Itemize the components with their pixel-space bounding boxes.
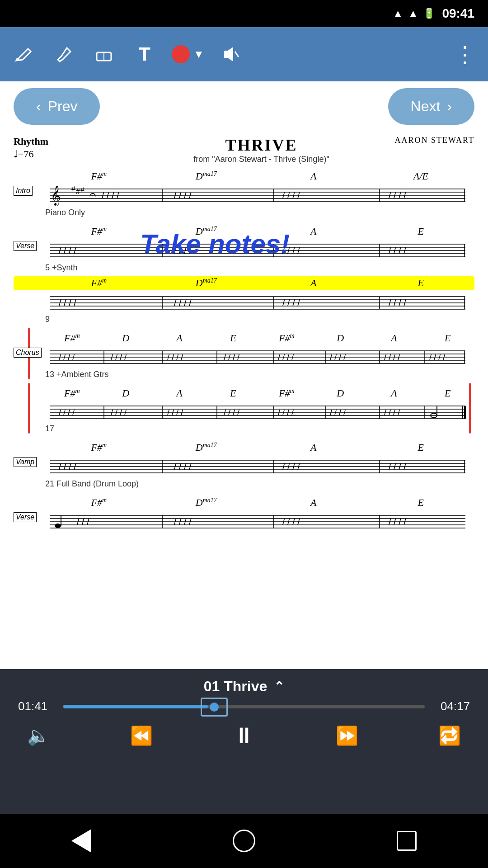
chord-c2-7: A [367, 387, 421, 399]
chord-v2-2: Dma17 [153, 497, 260, 509]
chord-c1-5: F#m [260, 332, 314, 344]
svg-text:/  /  /  /: / / / / [174, 298, 192, 308]
svg-text:/  /  /  /: / / / / [384, 408, 400, 417]
section-verse-label: Verse [14, 241, 37, 251]
fast-forward-button[interactable]: ⏩ [336, 725, 358, 746]
progress-row: 01:41 04:17 [18, 699, 470, 713]
prev-button[interactable]: ‹ Prev [14, 88, 100, 125]
chord-vamp-3: A [260, 442, 367, 453]
svg-text:/  /  /  /: / / / / [167, 353, 183, 362]
svg-text:/  /  /  /: / / / / [59, 245, 76, 255]
progress-thumb[interactable] [201, 698, 228, 717]
chord-vamp-1: F#m [45, 442, 153, 453]
sub-label-verse1: 5 +Synth [14, 263, 474, 273]
repeat-button[interactable]: 🔁 [438, 725, 461, 746]
current-time: 01:41 [18, 699, 54, 713]
rhythm-label: Rhythm [14, 136, 48, 147]
highlighter-tool-button[interactable] [50, 41, 77, 68]
record-dot-icon [172, 45, 190, 63]
svg-text:/  /  /  /: / / / / [278, 353, 294, 362]
volume-icon [218, 41, 245, 68]
more-options-button[interactable]: ⋮ [452, 41, 479, 68]
sheet-subtitle: from "Aaron Stewart - Thrive (Single)" [48, 155, 474, 164]
status-icons: ▲ ▲ 🔋 [393, 7, 436, 20]
svg-text:/  /  /  /: / / / / [282, 517, 300, 527]
home-button[interactable] [226, 823, 262, 859]
pause-button[interactable]: ⏸ [233, 722, 255, 749]
svg-marker-3 [224, 47, 233, 61]
chord-v1-2: Dma17 [153, 226, 260, 237]
status-time: 09:41 [442, 6, 474, 21]
svg-text:/  /  /  /: / / / / [429, 353, 445, 362]
prev-label: Prev [48, 98, 78, 115]
chord-v1-4: E [367, 226, 475, 237]
progress-fill [63, 705, 208, 708]
chord-c2-8: E [421, 387, 474, 399]
back-button[interactable] [63, 823, 99, 859]
chord-c1-1: F#m [45, 332, 99, 344]
recents-icon [397, 831, 417, 851]
playback-controls: 🔈 ⏪ ⏸ ⏩ 🔁 [18, 718, 470, 753]
svg-text:/  /  /  /: / / / / [111, 353, 127, 362]
chord-v2-3: A [260, 497, 367, 509]
eraser-tool-button[interactable] [90, 41, 117, 68]
progress-bar[interactable] [63, 705, 425, 708]
player-expand-button[interactable]: ⌃ [274, 679, 284, 694]
section-intro-label: Intro [14, 186, 33, 196]
pen-tool-button[interactable] [9, 41, 36, 68]
svg-text:𝄐: 𝄐 [89, 188, 96, 201]
sub-label-vamp: 21 Full Band (Drum Loop) [14, 479, 474, 489]
svg-text:/  /  /  /: / / / / [282, 245, 300, 255]
player-track-name: 01 Thrive [204, 678, 267, 695]
staff-row-chorus2: F#m D A E F#m D A E [14, 383, 474, 434]
chord-vamp-2: Dma17 [153, 442, 260, 453]
svg-text:/  /  /  /: / / / / [59, 408, 75, 417]
svg-point-0 [16, 58, 19, 61]
svg-point-114 [55, 524, 61, 528]
player-panel: 01 Thrive ⌃ 01:41 04:17 🔈 ⏪ ⏸ ⏩ 🔁 [0, 669, 488, 814]
chord-h-3: A [260, 277, 367, 289]
chord-h-4: E [367, 277, 475, 289]
volume-button[interactable]: 🔈 [27, 725, 50, 746]
svg-text:/  /  /: / / / [77, 517, 89, 527]
sub-label-chorus1: 13 +Ambient Gtrs [14, 370, 474, 379]
text-tool-button[interactable]: T [131, 41, 158, 68]
chord-c2-2: D [99, 387, 153, 399]
chord-v2-1: F#m [45, 497, 153, 509]
svg-text:/  /  /  /: / / / / [174, 245, 192, 255]
svg-text:/  /  /  /: / / / / [59, 353, 75, 362]
svg-text:/  /  /  /: / / / / [389, 298, 406, 308]
svg-text:/  /  /  /: / / / / [174, 462, 192, 472]
record-button[interactable]: ▼ [172, 45, 204, 63]
staff-row-verse1: F#m Dma17 A E Verse / / / / / / / / / / … [14, 221, 474, 273]
chord-c1-2: D [99, 332, 153, 344]
rewind-button[interactable]: ⏪ [130, 725, 153, 746]
chord-c2-4: E [206, 387, 260, 399]
sheet-author: AARON STEWART [395, 136, 474, 145]
total-time: 04:17 [434, 699, 470, 713]
staff-row-verse2: F#m Dma17 A E Verse / / / / / / / [14, 492, 474, 533]
chord-c2-6: D [314, 387, 367, 399]
next-button[interactable]: Next › [388, 88, 474, 125]
chord-c2-1: F#m [45, 387, 99, 399]
staff-row-highlight: F#m Dma17 A E / / / / / / / / / / / / / … [14, 276, 474, 324]
svg-text:/  /  /  /: / / / / [282, 190, 300, 200]
svg-text:𝄞: 𝄞 [51, 185, 61, 207]
svg-text:/  /  /  /: / / / / [167, 408, 183, 417]
svg-text:#: # [76, 188, 80, 195]
recents-button[interactable] [389, 823, 425, 859]
home-icon [233, 830, 255, 852]
svg-text:/  /  /  /: / / / / [278, 408, 294, 417]
chord-intro-4: A/E [367, 170, 475, 182]
chord-h-1: F#m [45, 277, 153, 289]
svg-text:/  /  /  /: / / / / [224, 408, 239, 417]
section-verse2-label: Verse [14, 512, 37, 522]
back-icon [71, 829, 91, 853]
staff-row-vamp: F#m Dma17 A E Vamp / / / / / / / / / / /… [14, 437, 474, 489]
tempo-label: ♩=76 [14, 148, 48, 160]
measure-num-9: 9 [14, 315, 474, 324]
svg-text:/  /  /  /: / / / / [330, 353, 346, 362]
chord-c1-3: A [153, 332, 206, 344]
svg-text:/  /  /  /: / / / / [224, 353, 239, 362]
record-dropdown-icon[interactable]: ▼ [193, 48, 204, 61]
